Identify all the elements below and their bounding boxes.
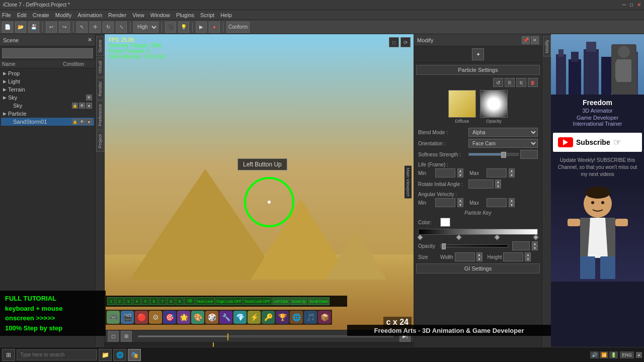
- rotate-value[interactable]: 0: [468, 179, 494, 189]
- vp-btn-2[interactable]: ⊞: [121, 331, 132, 342]
- softness-value[interactable]: 29: [520, 150, 538, 159]
- ang-min-down[interactable]: ▼: [457, 203, 463, 207]
- opacity-value-input[interactable]: 0: [512, 241, 530, 250]
- tree-item-prop[interactable]: ▶ Prop: [1, 69, 94, 77]
- close-btn[interactable]: ✕: [637, 2, 641, 8]
- play-btn[interactable]: ▶: [196, 22, 207, 33]
- copy-btn[interactable]: ⎘: [505, 78, 515, 87]
- start-btn[interactable]: ⊞: [2, 349, 15, 361]
- taskbar-search-input[interactable]: [17, 349, 97, 360]
- record-btn[interactable]: ●: [209, 22, 220, 33]
- menu-view[interactable]: View: [132, 12, 144, 18]
- tree-item-terrain[interactable]: ▶ Terrain: [1, 85, 94, 94]
- viewport-btn-2[interactable]: ⟳: [400, 37, 411, 47]
- camera-btn[interactable]: 🎥: [165, 22, 176, 33]
- undo-btn[interactable]: ↩: [46, 22, 57, 33]
- orientation-select[interactable]: Face Cam World: [468, 139, 538, 148]
- softness-slider-thumb[interactable]: [501, 152, 506, 158]
- diffuse-texture[interactable]: [448, 90, 476, 118]
- taskbar-iclone-btn[interactable]: 🎭: [128, 349, 141, 361]
- sandstorm-dot-btn[interactable]: ●: [86, 119, 92, 125]
- menu-animation[interactable]: Animation: [77, 12, 102, 18]
- search-input[interactable]: [2, 48, 93, 58]
- angular-min-input[interactable]: -10: [435, 198, 455, 207]
- tray-icon-3[interactable]: 🔋: [609, 351, 618, 358]
- taskbar-btn-1[interactable]: 📁: [99, 349, 112, 361]
- gradient-marker-2[interactable]: [456, 234, 461, 240]
- sky-lock-btn[interactable]: 🔒: [72, 103, 78, 109]
- vp-btn-1[interactable]: ◻: [108, 331, 119, 342]
- menu-create[interactable]: Create: [33, 12, 49, 18]
- tree-item-sky[interactable]: ▶ Sky 👁: [1, 94, 94, 102]
- lang-indicator[interactable]: ENG: [620, 351, 634, 358]
- width-up[interactable]: ▲: [476, 252, 482, 257]
- redo-btn[interactable]: ↪: [59, 22, 70, 33]
- quality-dropdown[interactable]: High Medium Low: [133, 22, 158, 33]
- minimize-btn[interactable]: ─: [622, 2, 626, 8]
- vert-tab-project[interactable]: Project: [96, 131, 104, 152]
- sky-vis-btn[interactable]: 👁: [86, 95, 92, 101]
- notification-btn[interactable]: ▲: [636, 352, 642, 358]
- life-max-down[interactable]: ▼: [509, 173, 515, 177]
- viewport-3d[interactable]: FPS: 25.09 Selected Triangle: 3286 Proje…: [105, 34, 414, 330]
- gradient-marker-1[interactable]: [417, 234, 423, 240]
- menu-edit[interactable]: Edit: [17, 12, 27, 18]
- vert-tab-preference[interactable]: Preference: [96, 101, 104, 130]
- color-swatch[interactable]: [440, 218, 450, 227]
- tree-item-sandstorm[interactable]: SandStorm01 🔒 👁 ●: [1, 118, 94, 126]
- life-max-input[interactable]: 300: [487, 168, 507, 177]
- gradient-marker-3[interactable]: [495, 234, 500, 240]
- menu-script[interactable]: Script: [200, 12, 214, 18]
- opacity-down[interactable]: ▼: [532, 246, 538, 250]
- tray-icon-1[interactable]: 🔊: [590, 351, 599, 358]
- sandstorm-vis-btn[interactable]: 👁: [79, 119, 85, 125]
- opacity-up[interactable]: ▲: [532, 241, 538, 246]
- yt-subscribe-btn[interactable]: Subscribe ☞: [553, 133, 642, 152]
- width-down[interactable]: ▼: [476, 257, 482, 261]
- height-down[interactable]: ▼: [525, 257, 531, 261]
- sandstorm-lock-btn[interactable]: 🔒: [72, 119, 78, 125]
- tree-item-light[interactable]: ▶ Light: [1, 77, 94, 85]
- softness-slider-track[interactable]: [468, 153, 519, 156]
- opacity-slider-thumb[interactable]: [442, 243, 446, 249]
- tree-item-particle[interactable]: ▶ Particle: [1, 110, 94, 118]
- width-input[interactable]: 600: [455, 252, 475, 261]
- reset-btn[interactable]: ↺: [493, 78, 503, 87]
- viewport-btn-1[interactable]: □: [389, 37, 399, 47]
- height-up[interactable]: ▲: [525, 252, 531, 257]
- rotate-btn[interactable]: ↻: [103, 22, 114, 33]
- ang-min-up[interactable]: ▲: [457, 198, 463, 203]
- panel-pin-btn[interactable]: 📌: [522, 36, 530, 44]
- vert-tab-virtual[interactable]: Virtual: [96, 57, 104, 77]
- tree-item-sky-child[interactable]: Sky 🔒 👁 ●: [1, 102, 94, 110]
- vert-tab-scene[interactable]: Scene: [96, 36, 104, 56]
- height-input[interactable]: 600: [503, 252, 523, 261]
- vert-tab-render[interactable]: Render: [96, 78, 104, 100]
- modify-particle-icon[interactable]: ✦: [472, 48, 484, 60]
- paste-btn[interactable]: ⎗: [516, 78, 526, 87]
- select-btn[interactable]: ↖: [76, 22, 88, 33]
- scale-btn[interactable]: ⤡: [116, 22, 127, 33]
- sky-dot-btn[interactable]: ●: [86, 103, 92, 109]
- tray-icon-2[interactable]: 📶: [600, 351, 608, 358]
- delete-btn[interactable]: 🗑: [528, 78, 538, 87]
- ang-max-up[interactable]: ▲: [509, 198, 515, 203]
- menu-file[interactable]: File: [2, 12, 11, 18]
- scene-panel-close-icon[interactable]: ✕: [88, 37, 92, 43]
- vert-tab-modify[interactable]: Modify: [543, 36, 551, 57]
- blend-mode-select[interactable]: Alpha Additive Multiply: [468, 128, 538, 137]
- taskbar-btn-2[interactable]: 🌐: [113, 349, 126, 361]
- life-min-input[interactable]: 180: [435, 168, 455, 177]
- angular-max-input[interactable]: 5: [487, 198, 507, 207]
- life-min-up[interactable]: ▲: [457, 168, 463, 173]
- panel-close-btn[interactable]: ✕: [531, 36, 539, 44]
- open-btn[interactable]: 📂: [15, 22, 26, 33]
- rotate-up[interactable]: ▲: [495, 179, 501, 184]
- menu-render[interactable]: Render: [108, 12, 126, 18]
- rotate-down[interactable]: ▼: [495, 184, 501, 189]
- menu-help[interactable]: Help: [220, 12, 232, 18]
- light-btn[interactable]: 💡: [178, 22, 189, 33]
- life-min-down[interactable]: ▼: [457, 173, 463, 177]
- menu-plugins[interactable]: Plugins: [176, 12, 194, 18]
- opacity-texture[interactable]: [480, 90, 508, 118]
